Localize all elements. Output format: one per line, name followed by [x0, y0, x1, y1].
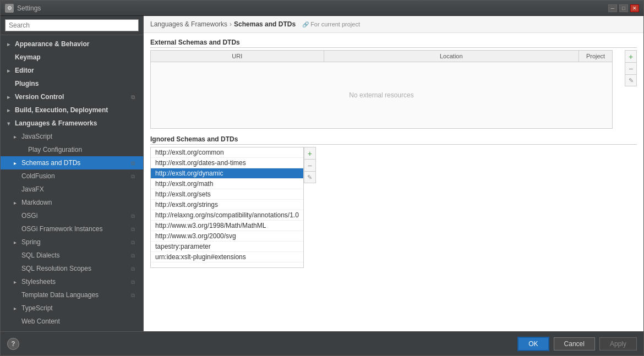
cancel-button[interactable]: Cancel	[554, 337, 595, 350]
sidebar-item-editor[interactable]: ▸Editor	[1, 64, 143, 77]
table-wrapper: URI Location Project No external resourc…	[150, 50, 637, 129]
maximize-button[interactable]: □	[619, 4, 628, 12]
main-content: ▸Appearance & BehaviorKeymap▸EditorPlugi…	[1, 16, 643, 331]
ext-icon: ⧉	[131, 225, 139, 233]
remove-ignored-button[interactable]: −	[304, 159, 316, 171]
list-item[interactable]: tapestry:parameter	[151, 242, 303, 252]
sidebar-item-play-config[interactable]: Play Configuration	[1, 143, 143, 156]
sidebar-item-label: JavaScript	[21, 132, 52, 141]
table-header: URI Location Project	[151, 51, 612, 62]
main-panel: Languages & Frameworks › Schemas and DTD…	[144, 16, 643, 331]
list-item[interactable]: http://relaxng.org/ns/compatibility/anno…	[151, 210, 303, 221]
sidebar-item-label: SQL Resolution Scopes	[21, 264, 91, 273]
edit-external-button[interactable]: ✎	[625, 74, 637, 86]
help-button[interactable]: ?	[7, 338, 19, 350]
breadcrumb-part1: Languages & Frameworks	[150, 20, 227, 28]
arrow-icon: ▸	[7, 67, 14, 75]
sidebar-item-build[interactable]: ▸Build, Execution, Deployment	[1, 103, 143, 117]
sidebar-item-label: Keymap	[15, 52, 41, 62]
list-item[interactable]: http://exslt.org/dates-and-times	[151, 158, 303, 168]
list-item[interactable]: http://exslt.org/sets	[151, 189, 303, 200]
breadcrumb: Languages & Frameworks › Schemas and DTD…	[144, 16, 643, 33]
footer: ? OK Cancel Apply	[1, 331, 643, 355]
list-item[interactable]: http://www.w3.org/1998/Math/MathML	[151, 221, 303, 231]
arrow-icon: ▸	[7, 93, 14, 101]
table-empty: No external resources	[151, 62, 612, 128]
ext-icon: ⧉	[131, 278, 139, 286]
minimize-button[interactable]: ─	[608, 4, 617, 12]
arrow-icon: ▸	[7, 106, 14, 114]
sidebar-item-lang-frameworks[interactable]: ▾Languages & Frameworks	[1, 117, 143, 130]
sidebar-item-label: Template Data Languages	[21, 290, 99, 300]
sidebar-item-sql-resolution[interactable]: SQL Resolution Scopes⧉	[1, 262, 143, 275]
list-item[interactable]: http://exslt.org/dynamic	[151, 168, 303, 179]
search-input[interactable]	[5, 19, 139, 31]
app-icon: ⚙	[5, 4, 14, 13]
ignored-wrapper: http://exslt.org/commonhttp://exslt.org/…	[150, 147, 637, 268]
sidebar-item-keymap[interactable]: Keymap	[1, 51, 143, 64]
ext-icon: ⧉	[131, 93, 139, 101]
sidebar-item-label: OSGi	[21, 211, 37, 221]
link-icon: 🔗	[302, 21, 309, 28]
sidebar-item-label: SQL Dialects	[21, 250, 60, 260]
list-item[interactable]: http://exslt.org/strings	[151, 200, 303, 210]
window-controls: ─ □ ✕	[608, 4, 639, 12]
sidebar-item-javascript[interactable]: ▸JavaScript	[1, 130, 143, 143]
sidebar-item-coldfusion[interactable]: ColdFusion⧉	[1, 169, 143, 183]
sidebar-item-osgi[interactable]: OSGi⧉	[1, 209, 143, 222]
sidebar-item-stylesheets[interactable]: ▸Stylesheets⧉	[1, 275, 143, 288]
sidebar-item-osgi-framework[interactable]: OSGi Framework Instances⧉	[1, 222, 143, 235]
sidebar-item-javafx[interactable]: JavaFX	[1, 183, 143, 196]
arrow-icon: ▸	[14, 278, 20, 286]
list-item[interactable]: http://www.w3.org/2000/svg	[151, 231, 303, 242]
sidebar-item-typescript[interactable]: ▸TypeScript	[1, 302, 143, 315]
title-bar: ⚙ Settings ─ □ ✕	[1, 1, 643, 16]
arrow-icon: ▸	[14, 304, 20, 313]
list-item[interactable]: urn:idea:xslt-plugin#extensions	[151, 252, 303, 262]
sidebar-item-label: Play Configuration	[28, 145, 82, 155]
sidebar-item-template-data[interactable]: Template Data Languages⧉	[1, 288, 143, 302]
add-ignored-button[interactable]: +	[304, 147, 316, 159]
sidebar-item-appearance[interactable]: ▸Appearance & Behavior	[1, 37, 143, 51]
sidebar-item-label: ColdFusion	[21, 171, 55, 181]
external-section-title: External Schemas and DTDs	[150, 39, 637, 48]
sidebar-item-web-content[interactable]: Web Content	[1, 315, 143, 328]
ok-button[interactable]: OK	[517, 337, 549, 351]
col-project: Project	[579, 51, 612, 62]
ignored-section: Ignored Schemas and DTDs http://exslt.or…	[150, 135, 637, 268]
external-table: URI Location Project No external resourc…	[150, 50, 613, 129]
ignored-table-actions: + − ✎	[304, 147, 316, 268]
window-title: Settings	[17, 4, 608, 12]
close-button[interactable]: ✕	[630, 4, 639, 12]
sidebar-item-schemas-dtds[interactable]: ▸Schemas and DTDs⧉	[1, 156, 143, 169]
ext-icon: ⧉	[131, 238, 139, 247]
remove-external-button[interactable]: −	[625, 62, 637, 74]
sidebar: ▸Appearance & BehaviorKeymap▸EditorPlugi…	[1, 16, 144, 331]
settings-window: ⚙ Settings ─ □ ✕ ▸Appearance & BehaviorK…	[0, 0, 644, 356]
panel-content: External Schemas and DTDs URI Location P…	[144, 33, 643, 331]
sidebar-item-label: Schemas and DTDs	[21, 158, 80, 168]
breadcrumb-part2: Schemas and DTDs	[234, 20, 296, 28]
apply-button[interactable]: Apply	[599, 337, 637, 350]
edit-ignored-button[interactable]: ✎	[304, 171, 316, 183]
sidebar-item-label: Spring	[21, 237, 41, 247]
sidebar-item-label: Markdown	[21, 198, 52, 207]
ignored-list: http://exslt.org/commonhttp://exslt.org/…	[150, 147, 304, 268]
arrow-icon: ▸	[14, 238, 20, 247]
col-location: Location	[324, 51, 579, 62]
list-item[interactable]: http://exslt.org/math	[151, 179, 303, 189]
sidebar-item-version-control[interactable]: ▸Version Control⧉	[1, 90, 143, 103]
sidebar-item-spring[interactable]: ▸Spring⧉	[1, 235, 143, 249]
sidebar-item-markdown[interactable]: ▸Markdown	[1, 196, 143, 209]
sidebar-item-sql-dialects[interactable]: SQL Dialects⧉	[1, 249, 143, 262]
ext-icon: ⧉	[131, 212, 139, 220]
sidebar-item-label: Build, Execution, Deployment	[15, 105, 108, 115]
ignored-section-title: Ignored Schemas and DTDs	[150, 135, 637, 145]
ext-icon: ⧉	[131, 265, 139, 273]
sidebar-item-label: Stylesheets	[21, 277, 56, 287]
sidebar-item-plugins[interactable]: Plugins	[1, 77, 143, 90]
list-item[interactable]: http://exslt.org/common	[151, 147, 303, 158]
breadcrumb-arrow: ›	[230, 20, 232, 28]
add-external-button[interactable]: +	[625, 50, 637, 62]
no-resources-label: No external resources	[349, 91, 413, 99]
